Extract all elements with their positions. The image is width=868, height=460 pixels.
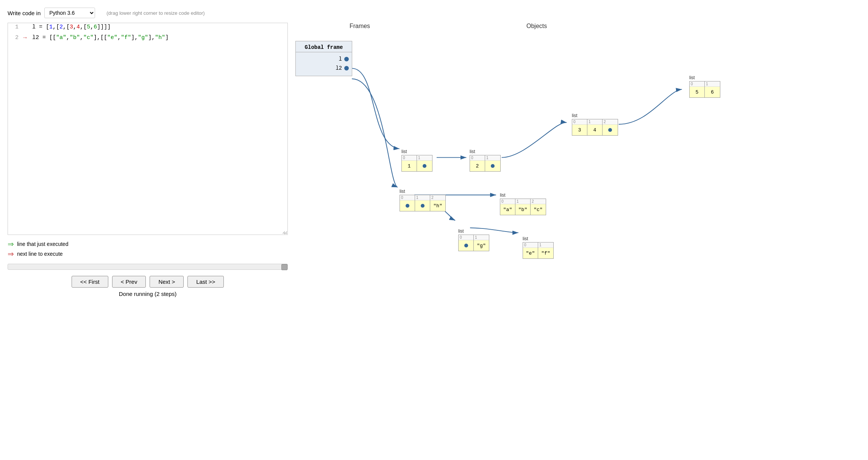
left-panel: 1 l = [1,[2,[3,4,[5,6]]]] 2 → l2 = [["a"… xyxy=(8,23,288,452)
content-area: 1 l = [1,[2,[3,4,[5,6]]]] 2 → l2 = [["a"… xyxy=(8,23,860,452)
dot-l2-0 xyxy=(406,204,409,208)
dot-34-2 xyxy=(608,128,612,132)
right-panel: Frames Objects xyxy=(288,23,860,452)
first-button[interactable]: << First xyxy=(72,276,108,288)
slider-thumb[interactable] xyxy=(281,264,287,270)
line-content-1: l = [1,[2,[3,4,[5,6]]]] xyxy=(32,24,287,30)
list-56-cell-1: 1 6 xyxy=(705,81,720,97)
code-line-1: 1 l = [1,[2,[3,4,[5,6]]]] xyxy=(8,23,287,34)
legend: ⇒ line that just executed ⇒ next line to… xyxy=(8,240,288,258)
list-l2-top: list 0 1 2 "h" xyxy=(400,189,446,211)
next-button[interactable]: Next > xyxy=(150,276,184,288)
list-dotg-cell-1: 1 "g" xyxy=(474,235,489,251)
list-abc-cell-2: 2 "c" xyxy=(531,199,546,215)
list-abc-cells: 0 "a" 1 "b" 2 "c" xyxy=(500,199,546,215)
list-ef-cell-1: 1 "f" xyxy=(538,243,553,258)
list-2dot-label: list xyxy=(470,149,501,154)
list-l2-top-label: list xyxy=(400,189,446,194)
list-34dot-cell-2: 2 xyxy=(603,119,618,135)
list-abc-label: list xyxy=(500,192,546,198)
list-2dot: list 0 2 1 xyxy=(470,149,501,172)
slider-bar[interactable] xyxy=(8,264,288,270)
list-56-cells: 0 5 1 6 xyxy=(689,81,720,98)
green-legend-text: line that just executed xyxy=(17,241,68,247)
list-1dot-cells: 0 1 1 xyxy=(401,155,432,172)
list-ef-label: list xyxy=(523,236,554,241)
list-dotg-cell-0: 0 xyxy=(459,235,474,251)
list-1dot-cell-0: 0 1 xyxy=(402,155,417,171)
viz-headers: Frames Objects xyxy=(295,23,853,30)
top-bar: Write code in Python 3.6 Python 2.7 Java… xyxy=(8,8,860,18)
list-34dot: list 0 3 1 4 2 xyxy=(572,113,618,136)
frame-var-l2: l2 xyxy=(296,64,352,73)
list-56-label: list xyxy=(689,75,720,80)
dot-2-1 xyxy=(491,164,495,168)
prev-button[interactable]: < Prev xyxy=(112,276,146,288)
drag-hint: (drag lower right corner to resize code … xyxy=(106,10,205,16)
dot-1-1 xyxy=(423,164,426,168)
last-button[interactable]: Last >> xyxy=(187,276,224,288)
legend-red: ⇒ next line to execute xyxy=(8,250,288,258)
dot-l2-1 xyxy=(421,204,425,208)
nav-buttons: << First < Prev Next > Last >> xyxy=(8,276,288,288)
red-legend-text: next line to execute xyxy=(17,251,63,257)
write-code-label: Write code in xyxy=(8,10,41,16)
list-l2-top-cells: 0 1 2 "h" xyxy=(400,195,446,211)
list-34dot-cell-1: 1 4 xyxy=(587,119,603,135)
line-number-1: 1 xyxy=(8,24,23,30)
list-1dot-cell-1: 1 xyxy=(417,155,432,171)
var-name-l: l xyxy=(339,56,342,62)
var-name-l2: l2 xyxy=(336,65,342,71)
legend-green: ⇒ line that just executed xyxy=(8,240,288,248)
global-frame: Global frame l l2 xyxy=(295,41,352,76)
done-text: Done running (2 steps) xyxy=(8,291,288,297)
list-2dot-cell-0: 0 2 xyxy=(470,155,485,171)
frame-var-l: l xyxy=(296,55,352,64)
list-abc: list 0 "a" 1 "b" 2 "c" xyxy=(500,192,546,215)
language-select[interactable]: Python 3.6 Python 2.7 Java 8 JavaScript … xyxy=(44,8,95,18)
list-2dot-cells: 0 2 1 xyxy=(470,155,501,172)
main-container: Write code in Python 3.6 Python 2.7 Java… xyxy=(0,0,868,460)
list-l2-top-cell-1: 1 xyxy=(415,195,430,211)
list-ef-cell-0: 0 "e" xyxy=(523,243,538,258)
red-arrow-icon: ⇒ xyxy=(8,250,14,258)
list-56: list 0 5 1 6 xyxy=(689,75,720,98)
list-ef: list 0 "e" 1 "f" xyxy=(523,236,554,259)
var-dot-l2 xyxy=(344,66,349,70)
list-2dot-cell-1: 1 xyxy=(485,155,500,171)
frames-header: Frames xyxy=(326,23,394,30)
code-editor[interactable]: 1 l = [1,[2,[3,4,[5,6]]]] 2 → l2 = [["a"… xyxy=(8,23,288,235)
arrows-svg xyxy=(295,33,853,261)
var-dot-l xyxy=(344,57,349,61)
list-34dot-cells: 0 3 1 4 2 xyxy=(572,119,618,136)
viz-area: Global frame l l2 list 0 xyxy=(295,33,853,261)
list-1dot: list 0 1 1 xyxy=(401,149,432,172)
green-arrow-icon: ⇒ xyxy=(8,240,14,248)
list-dotg: list 0 1 "g" xyxy=(458,228,489,251)
line-arrow-2: → xyxy=(23,34,32,41)
list-34dot-cell-0: 0 3 xyxy=(572,119,587,135)
list-abc-cell-1: 1 "b" xyxy=(515,199,531,215)
list-dotg-cells: 0 1 "g" xyxy=(458,235,489,251)
line-number-2: 2 xyxy=(8,34,23,41)
list-abc-cell-0: 0 "a" xyxy=(500,199,515,215)
dot-dotg-0 xyxy=(464,244,468,247)
code-line-2: 2 → l2 = [["a","b","c"],[["e","f"],"g"],… xyxy=(8,34,287,44)
list-ef-cells: 0 "e" 1 "f" xyxy=(523,242,554,259)
resize-handle[interactable]: ◢ xyxy=(282,229,287,234)
line-content-2: l2 = [["a","b","c"],[["e","f"],"g"],"h"] xyxy=(32,34,287,41)
list-34dot-label: list xyxy=(572,113,618,118)
list-1dot-label: list xyxy=(401,149,432,154)
list-l2-top-cell-0: 0 xyxy=(400,195,415,211)
objects-header: Objects xyxy=(526,23,547,30)
list-dotg-label: list xyxy=(458,228,489,234)
list-56-cell-0: 0 5 xyxy=(690,81,705,97)
list-l2-top-cell-2: 2 "h" xyxy=(430,195,445,211)
frame-title: Global frame xyxy=(296,44,352,52)
